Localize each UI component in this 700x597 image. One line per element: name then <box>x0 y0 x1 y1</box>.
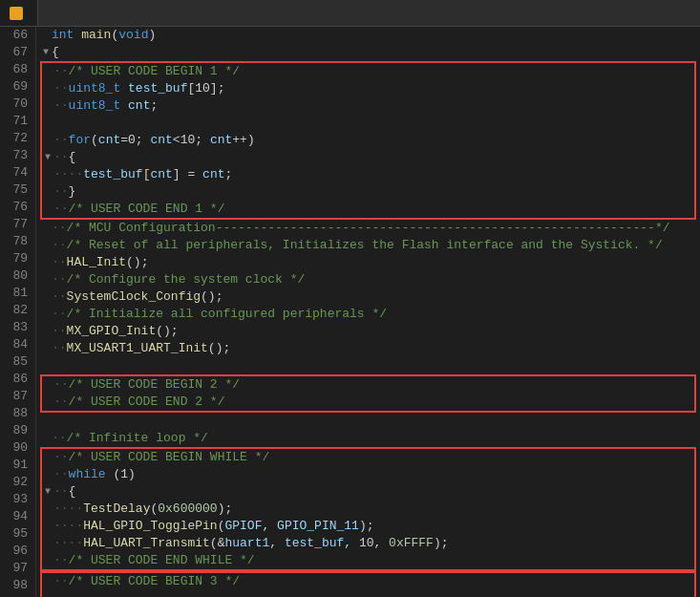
token-var: GPIO_PIN_11 <box>277 518 359 535</box>
token-punc: (); <box>156 323 178 340</box>
fold-arrow[interactable] <box>42 166 53 183</box>
fold-arrow[interactable] <box>42 535 53 552</box>
token-var: cnt <box>150 132 172 149</box>
token-cmt: /* Configure the system clock */ <box>67 271 306 288</box>
fold-arrow[interactable] <box>42 518 53 535</box>
token-var: cnt <box>150 166 172 183</box>
token-fn: TestDelay <box>83 501 150 518</box>
code-line: int main(void) <box>40 27 700 44</box>
fold-arrow[interactable] <box>42 97 53 115</box>
token-num: 0xFFFF <box>389 535 434 552</box>
line-number: 88 <box>4 405 28 422</box>
token-kw: int <box>52 27 74 44</box>
code-line: ▼{ <box>40 44 700 61</box>
fold-arrow[interactable] <box>42 590 53 597</box>
token-punc <box>120 80 128 97</box>
fold-arrow[interactable] <box>42 376 53 394</box>
fold-arrow[interactable] <box>40 340 52 357</box>
fold-arrow[interactable] <box>42 573 53 590</box>
line-number: 97 <box>4 560 28 577</box>
tab-main-c[interactable] <box>0 0 38 26</box>
fold-arrow[interactable] <box>40 220 52 237</box>
token-punc <box>120 97 128 115</box>
token-punc: =0; <box>120 132 150 149</box>
code-line: ··/* USER CODE BEGIN 1 */ <box>42 63 694 80</box>
token-var: huart1 <box>224 535 269 552</box>
token-punc: (); <box>126 254 148 271</box>
token-kw: for <box>69 132 91 149</box>
token-var: test_buf <box>128 80 187 97</box>
user-code-block: ··/* USER CODE BEGIN 1 */ ··uint8_t test… <box>40 61 696 220</box>
user-code-block: ··/* USER CODE BEGIN WHILE */ ··while (1… <box>40 447 696 571</box>
fold-arrow[interactable] <box>42 552 53 569</box>
token-punc: ); <box>218 501 233 518</box>
fold-arrow[interactable] <box>42 449 53 466</box>
line-number: 71 <box>4 113 28 130</box>
fold-arrow[interactable] <box>40 430 52 447</box>
fold-arrow[interactable] <box>42 132 53 149</box>
code-line: ··/* USER CODE END 1 */ <box>42 201 694 218</box>
fold-arrow[interactable] <box>40 254 52 271</box>
token-fn: HAL_GPIO_TogglePin <box>83 518 217 535</box>
fold-arrow[interactable] <box>40 27 52 44</box>
token-punc: [ <box>143 166 151 183</box>
token-var: test_buf <box>83 166 142 183</box>
fold-arrow[interactable] <box>40 271 52 288</box>
line-number: 80 <box>4 267 28 285</box>
line-number: 98 <box>4 577 28 594</box>
user-code-block: ··/* USER CODE BEGIN 3 */ ··} ··/* USER … <box>40 571 696 597</box>
line-number: 81 <box>4 285 28 302</box>
code-line: ··/* Reset of all peripherals, Initializ… <box>40 237 700 254</box>
line-number: 86 <box>4 371 28 388</box>
fold-arrow[interactable]: ▼ <box>40 44 52 61</box>
token-punc: ); <box>434 535 449 552</box>
fold-arrow[interactable] <box>42 501 53 518</box>
token-cmt: /* Initialize all configured peripherals… <box>67 306 387 323</box>
code-line <box>42 115 694 132</box>
token-punc: ( <box>91 132 98 149</box>
fold-arrow[interactable]: ▼ <box>42 483 53 501</box>
fold-arrow[interactable] <box>40 237 52 254</box>
token-num: 0x600000 <box>158 501 217 518</box>
line-number: 85 <box>4 353 28 371</box>
fold-arrow[interactable] <box>40 288 52 306</box>
code-content[interactable]: int main(void)▼{ ··/* USER CODE BEGIN 1 … <box>36 27 700 597</box>
fold-arrow[interactable] <box>40 306 52 323</box>
token-punc: { <box>52 44 59 61</box>
code-line: ····HAL_UART_Transmit(&huart1, test_buf,… <box>42 535 694 552</box>
line-number: 77 <box>4 216 28 233</box>
token-cmt: /* USER CODE BEGIN 1 */ <box>69 63 240 80</box>
fold-arrow[interactable] <box>42 394 53 411</box>
code-line: ··uint8_t cnt; <box>42 97 694 115</box>
token-punc: <10; <box>173 132 210 149</box>
fold-arrow[interactable]: ▼ <box>42 149 53 166</box>
fold-arrow[interactable] <box>42 183 53 201</box>
token-punc <box>74 27 81 44</box>
token-punc: ; <box>224 166 232 183</box>
fold-arrow[interactable] <box>42 63 53 80</box>
line-number: 96 <box>4 543 28 560</box>
code-line <box>40 413 700 430</box>
fold-arrow[interactable] <box>42 115 53 132</box>
token-punc: { <box>69 149 76 166</box>
code-line: ····HAL_GPIO_TogglePin(GPIOF, GPIO_PIN_1… <box>42 518 694 535</box>
fold-arrow[interactable] <box>40 413 52 430</box>
token-var: cnt <box>128 97 150 115</box>
line-number: 83 <box>4 319 28 336</box>
line-number: 74 <box>4 164 28 181</box>
fold-arrow[interactable] <box>42 201 53 218</box>
fold-arrow[interactable] <box>42 80 53 97</box>
token-var: test_buf <box>285 535 344 552</box>
fold-arrow[interactable] <box>40 357 52 374</box>
token-cmt: /* USER CODE END WHILE */ <box>69 552 255 569</box>
fold-arrow[interactable] <box>40 323 52 340</box>
line-number: 69 <box>4 78 28 96</box>
line-number: 82 <box>4 302 28 319</box>
code-line: ▼··{ <box>42 483 694 501</box>
token-punc: { <box>69 483 76 501</box>
token-punc: (1) <box>106 466 136 483</box>
token-punc: ++) <box>232 132 254 149</box>
token-var: cnt <box>210 132 232 149</box>
fold-arrow[interactable] <box>42 466 53 483</box>
line-numbers: 6667686970717273747576777879808182838485… <box>0 27 36 597</box>
